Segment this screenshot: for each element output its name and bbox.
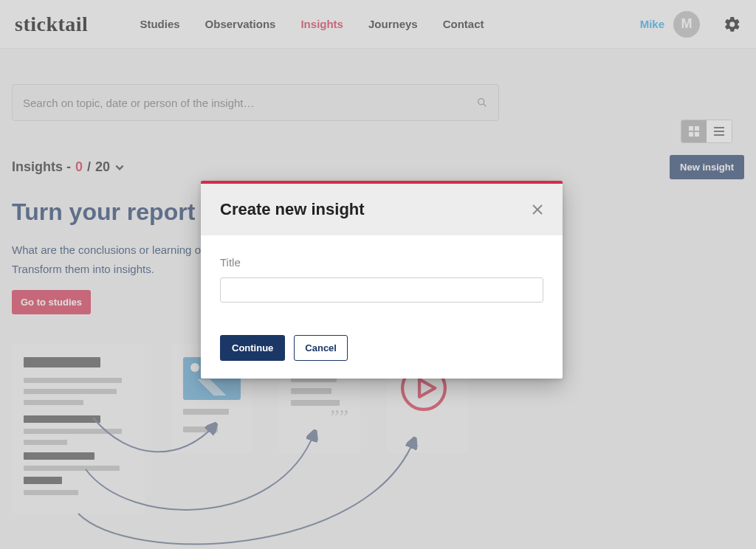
continue-button[interactable]: Continue [220,335,285,361]
title-field-label: Title [220,256,543,269]
modal-title: Create new insight [220,200,365,219]
close-icon[interactable] [532,204,543,215]
modal-actions: Continue Cancel [220,335,543,361]
cancel-button[interactable]: Cancel [294,335,348,361]
modal-body: Title Continue Cancel [201,235,563,379]
modal-header: Create new insight [201,184,563,235]
title-input[interactable] [220,277,543,303]
create-insight-modal: Create new insight Title Continue Cancel [201,181,563,379]
